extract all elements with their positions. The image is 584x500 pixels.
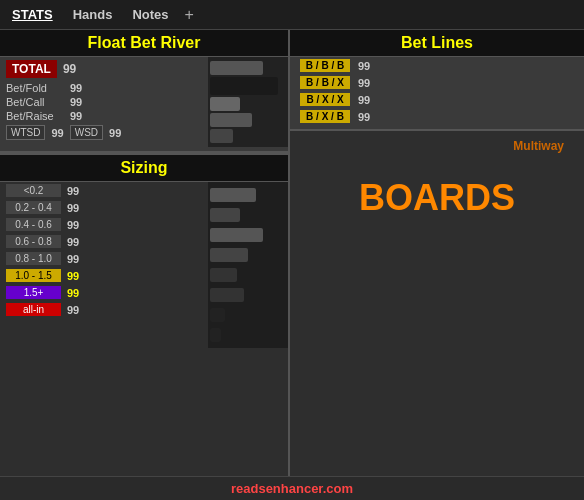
wtsd-row: WTSD 99 WSD 99 bbox=[0, 123, 208, 142]
fbr-stats-column: TOTAL 99 Bet/Fold 99 Bet/Call 99 Bet/R bbox=[0, 57, 208, 147]
sizing-label-1: 0.2 - 0.4 bbox=[6, 201, 61, 214]
boards-label: BOARDS bbox=[359, 177, 515, 219]
bet-line-label-2: B / X / X bbox=[300, 93, 350, 106]
graph-bar-3 bbox=[210, 97, 240, 111]
sizing-row-6: 1.5+ 99 bbox=[0, 284, 208, 301]
bet-call-value: 99 bbox=[70, 96, 82, 108]
bet-lines-header: Bet Lines bbox=[290, 30, 584, 57]
s-bar-2 bbox=[210, 208, 240, 222]
sizing-stats: <0.2 99 0.2 - 0.4 99 0.4 - 0.6 99 0.6 bbox=[0, 182, 208, 348]
main-content: Float Bet River TOTAL 99 Bet/Fold 99 Bet… bbox=[0, 30, 584, 500]
sizing-label-0: <0.2 bbox=[6, 184, 61, 197]
sizing-value-2: 99 bbox=[67, 219, 79, 231]
graph-bar-1 bbox=[210, 61, 263, 75]
graph-bar-4 bbox=[210, 113, 252, 127]
nav-notes[interactable]: Notes bbox=[128, 5, 172, 24]
bet-lines-section: Bet Lines B / B / B 99 B / B / X 99 B / … bbox=[290, 30, 584, 131]
sizing-inner: <0.2 99 0.2 - 0.4 99 0.4 - 0.6 99 0.6 bbox=[0, 182, 288, 348]
s-bar-8 bbox=[210, 328, 221, 342]
nav-add-tab[interactable]: + bbox=[185, 6, 194, 24]
footer-text: readsenhancer.com bbox=[231, 481, 353, 496]
fbr-graph-column bbox=[208, 57, 288, 147]
wtsd-label: WTSD bbox=[6, 125, 45, 140]
total-label: TOTAL bbox=[6, 60, 57, 78]
top-section: Float Bet River TOTAL 99 Bet/Fold 99 Bet… bbox=[0, 30, 584, 476]
s-bar-6 bbox=[210, 288, 244, 302]
bet-raise-value: 99 bbox=[70, 110, 82, 122]
nav-hands[interactable]: Hands bbox=[69, 5, 117, 24]
nav-stats[interactable]: STATS bbox=[8, 5, 57, 24]
fbr-inner: TOTAL 99 Bet/Fold 99 Bet/Call 99 Bet/R bbox=[0, 57, 288, 147]
bet-fold-value: 99 bbox=[70, 82, 82, 94]
sizing-section: Sizing <0.2 99 0.2 - 0.4 99 0.4 - 0.6 bbox=[0, 155, 288, 476]
s-bar-7 bbox=[210, 308, 225, 322]
bet-line-row-3: B / X / B 99 bbox=[290, 108, 584, 125]
bet-raise-row: Bet/Raise 99 bbox=[0, 109, 208, 123]
sizing-row-0: <0.2 99 bbox=[0, 182, 208, 199]
sizing-row-5: 1.0 - 1.5 99 bbox=[0, 267, 208, 284]
sizing-header: Sizing bbox=[0, 155, 288, 182]
graph-bar-2 bbox=[210, 77, 278, 95]
right-panel: Bet Lines B / B / B 99 B / B / X 99 B / … bbox=[290, 30, 584, 476]
wtsd-value: 99 bbox=[51, 127, 63, 139]
s-bar-5 bbox=[210, 268, 237, 282]
sizing-graph-column bbox=[208, 182, 288, 348]
fbr-section: Float Bet River TOTAL 99 Bet/Fold 99 Bet… bbox=[0, 30, 288, 153]
left-panel: Float Bet River TOTAL 99 Bet/Fold 99 Bet… bbox=[0, 30, 290, 476]
s-bar-1 bbox=[210, 188, 256, 202]
bet-line-row-0: B / B / B 99 bbox=[290, 57, 584, 74]
graph-bar-5 bbox=[210, 129, 233, 143]
bet-line-row-2: B / X / X 99 bbox=[290, 91, 584, 108]
s-bar-3 bbox=[210, 228, 263, 242]
sizing-row-3: 0.6 - 0.8 99 bbox=[0, 233, 208, 250]
wsd-value: 99 bbox=[109, 127, 121, 139]
sizing-label-7: all-in bbox=[6, 303, 61, 316]
nav-bar: STATS Hands Notes + bbox=[0, 0, 584, 30]
sizing-row-2: 0.4 - 0.6 99 bbox=[0, 216, 208, 233]
sizing-value-0: 99 bbox=[67, 185, 79, 197]
sizing-value-1: 99 bbox=[67, 202, 79, 214]
sizing-label-3: 0.6 - 0.8 bbox=[6, 235, 61, 248]
sizing-value-3: 99 bbox=[67, 236, 79, 248]
sizing-value-5: 99 bbox=[67, 270, 79, 282]
total-row: TOTAL 99 bbox=[0, 57, 208, 81]
sizing-value-7: 99 bbox=[67, 304, 79, 316]
fbr-header: Float Bet River bbox=[0, 30, 288, 57]
bet-line-value-1: 99 bbox=[358, 77, 370, 89]
bet-call-label: Bet/Call bbox=[6, 96, 66, 108]
wsd-label: WSD bbox=[70, 125, 103, 140]
bet-line-value-3: 99 bbox=[358, 111, 370, 123]
bet-raise-label: Bet/Raise bbox=[6, 110, 66, 122]
sizing-row-4: 0.8 - 1.0 99 bbox=[0, 250, 208, 267]
bet-line-row-1: B / B / X 99 bbox=[290, 74, 584, 91]
bet-line-value-2: 99 bbox=[358, 94, 370, 106]
bet-fold-row: Bet/Fold 99 bbox=[0, 81, 208, 95]
sizing-value-6: 99 bbox=[67, 287, 79, 299]
boards-section: Multiway BOARDS bbox=[290, 131, 584, 476]
sizing-row-1: 0.2 - 0.4 99 bbox=[0, 199, 208, 216]
bet-call-row: Bet/Call 99 bbox=[0, 95, 208, 109]
bet-line-label-3: B / X / B bbox=[300, 110, 350, 123]
total-value: 99 bbox=[63, 62, 76, 76]
bet-line-label-1: B / B / X bbox=[300, 76, 350, 89]
sizing-label-2: 0.4 - 0.6 bbox=[6, 218, 61, 231]
sizing-label-6: 1.5+ bbox=[6, 286, 61, 299]
multiway-label: Multiway bbox=[513, 135, 584, 157]
sizing-value-4: 99 bbox=[67, 253, 79, 265]
sizing-label-4: 0.8 - 1.0 bbox=[6, 252, 61, 265]
s-bar-4 bbox=[210, 248, 248, 262]
bet-line-label-0: B / B / B bbox=[300, 59, 350, 72]
footer: readsenhancer.com bbox=[0, 476, 584, 500]
bet-line-value-0: 99 bbox=[358, 60, 370, 72]
bet-fold-label: Bet/Fold bbox=[6, 82, 66, 94]
sizing-row-7: all-in 99 bbox=[0, 301, 208, 318]
sizing-label-5: 1.0 - 1.5 bbox=[6, 269, 61, 282]
